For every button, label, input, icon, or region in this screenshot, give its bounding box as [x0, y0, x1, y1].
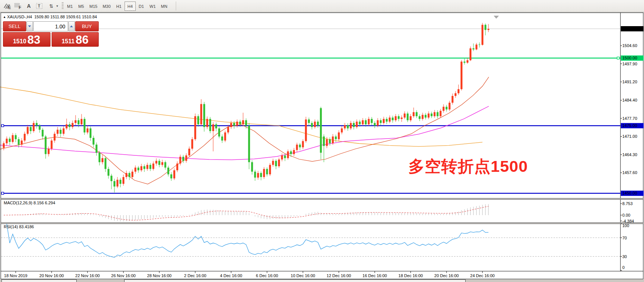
candle-body [174, 170, 175, 179]
candle-body [488, 29, 490, 30]
chart-shift-marker-icon[interactable] [494, 16, 499, 19]
candle-body [57, 130, 59, 134]
candle-body [117, 180, 119, 186]
volume-input[interactable] [33, 21, 68, 31]
bottom-scrollbar[interactable] [0, 279, 644, 282]
candle-body [194, 116, 196, 139]
candle-body [162, 162, 163, 165]
buy-button[interactable]: BUY [75, 21, 99, 31]
candle-body [452, 96, 454, 103]
time-tick-label: 22 Nov 16:00 [75, 273, 99, 278]
timeframe-button-m1[interactable]: M1 [64, 1, 76, 11]
candle-body [156, 161, 157, 164]
chart-title: ▲ XAUUSD-,H4 1509.80 1511.88 1509.61 151… [3, 15, 97, 19]
candle-body [111, 176, 113, 181]
time-tick-label: 24 Dec 16:00 [470, 273, 494, 278]
candle-body [302, 141, 304, 148]
candle-body [132, 172, 134, 177]
dot-grid-f-icon[interactable]: F [13, 1, 22, 10]
candle-body [464, 62, 466, 63]
candle-body [150, 165, 151, 169]
candle-body [446, 107, 448, 109]
candle-body [428, 114, 430, 118]
scrollbar-thumb[interactable] [124, 279, 466, 282]
scrollbar-segment[interactable] [1, 279, 77, 282]
volume-decrease-button[interactable] [27, 21, 33, 31]
candle-body [263, 169, 265, 177]
time-tick-label: 20 Dec 16:00 [434, 273, 459, 278]
candle-body [93, 138, 95, 145]
candle-body [404, 114, 406, 118]
price-tick-label: 1457.60 [622, 170, 637, 175]
candle-body [206, 119, 208, 127]
toolbar-grip[interactable] [62, 2, 64, 10]
candle-body [272, 161, 274, 165]
candle-body [332, 136, 334, 143]
candle-body [129, 173, 131, 177]
candle-body [383, 119, 385, 123]
timeframe-button-m5[interactable]: M5 [76, 1, 87, 11]
label-a-icon[interactable]: A [24, 1, 34, 10]
candle-body [218, 128, 220, 137]
candle-body [30, 127, 32, 131]
buy-price-box[interactable]: 151186 [52, 32, 99, 47]
candle-body [416, 112, 418, 116]
level-line-handle[interactable] [1, 124, 4, 127]
chart-canvas[interactable]: 1504.601497.901491.201484.401477.701471.… [0, 12, 644, 282]
candle-body [356, 122, 358, 127]
candle-body [251, 162, 253, 171]
timeframe-button-h1[interactable]: H1 [113, 1, 125, 11]
buy-price-main: 1511 [62, 38, 75, 44]
candle-body [60, 130, 62, 134]
timeframe-button-m15[interactable]: M15 [87, 1, 100, 11]
candle-body [102, 158, 104, 162]
timeframe-button-mn[interactable]: MN [158, 1, 170, 11]
candle-body [81, 119, 83, 124]
candle-body [314, 122, 316, 127]
candle-body [344, 125, 346, 128]
candle-body [191, 139, 193, 149]
candle-body [467, 60, 469, 63]
candle-body [39, 125, 41, 130]
collapse-triangle-icon[interactable]: ▲ [3, 15, 6, 19]
candle-body [476, 44, 478, 49]
volume-increase-button[interactable] [68, 21, 75, 31]
candle-body [227, 127, 229, 132]
time-tick-label: 2 Dec 16:00 [184, 273, 206, 278]
timeframe-button-d1[interactable]: D1 [136, 1, 147, 11]
candle-body [153, 164, 154, 169]
candle-body [36, 123, 38, 125]
textbox-t-icon[interactable]: T [34, 1, 44, 10]
timeframe-button-m30[interactable]: M30 [100, 1, 113, 11]
dropdown-caret-icon[interactable]: ▼ [55, 1, 60, 10]
candle-body [374, 123, 376, 125]
level-line-handle[interactable] [1, 192, 4, 194]
candle-body [431, 114, 433, 116]
sell-button[interactable]: SELL [3, 21, 26, 31]
candle-body [114, 181, 116, 186]
svg-text:E: E [8, 5, 11, 9]
level-price-tag-label: 1475.00 [622, 123, 637, 128]
level-line-handle[interactable] [617, 57, 619, 59]
timeframe-button-w1[interactable]: W1 [147, 1, 159, 11]
candle-body [203, 104, 205, 127]
candle-body [84, 119, 86, 132]
candle-body [350, 123, 352, 128]
time-tick-label: 26 Nov 16:00 [111, 273, 135, 278]
candle-body [260, 173, 262, 177]
candle-body [281, 155, 283, 159]
candle-body [377, 120, 379, 125]
diagonal-hatch-e-icon[interactable]: E [2, 1, 12, 10]
price-tick-label: 1477.70 [622, 116, 637, 121]
candle-body [353, 123, 355, 127]
candle-body [371, 119, 373, 123]
candle-body [275, 161, 277, 166]
candle-body [245, 120, 247, 125]
candle-body [293, 150, 295, 154]
triangle-down-icon [28, 25, 31, 27]
candle-body [105, 158, 107, 169]
sell-price-box[interactable]: 151083 [3, 32, 50, 47]
candle-body [362, 120, 364, 124]
timeframe-button-h4[interactable]: H4 [125, 1, 136, 11]
candle-body [347, 125, 349, 128]
